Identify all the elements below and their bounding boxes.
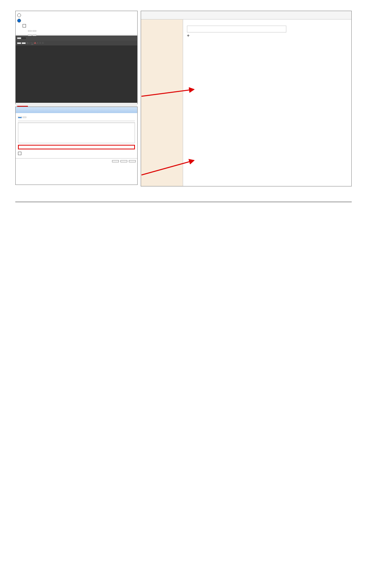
screenshot-rules-dialog: [15, 107, 138, 185]
apply-button[interactable]: [129, 160, 136, 162]
tab-outside-org[interactable]: [22, 37, 26, 39]
cancel-button-2[interactable]: [120, 160, 127, 162]
screenshot-backstage: ✚: [141, 11, 352, 186]
screenshots-row: B I U A ≡ ≡ ≡: [15, 11, 352, 186]
ok-button-2[interactable]: [112, 160, 119, 162]
screenshot-auto-reply: B I U A ≡ ≡ ≡: [15, 11, 138, 104]
